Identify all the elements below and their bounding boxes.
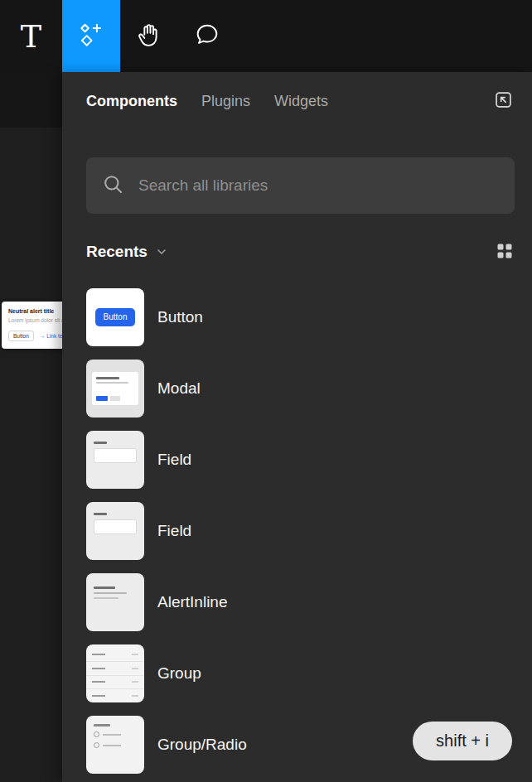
comment-tool-button[interactable]: [178, 0, 236, 72]
component-thumbnail: [86, 716, 144, 774]
thumb-modal-preview: [92, 372, 138, 405]
popout-button[interactable]: [492, 89, 515, 113]
component-thumbnail: [86, 644, 144, 702]
list-item-modal[interactable]: Modal: [86, 360, 515, 418]
hand-tool-button[interactable]: [120, 0, 178, 72]
recents-list: Button Button Modal Field: [86, 288, 515, 774]
chevron-down-icon: [155, 245, 168, 258]
alert-card-body: Lorem ipsum dolor sit amet consec: [8, 316, 62, 325]
tab-widgets[interactable]: Widgets: [274, 93, 328, 110]
canvas-alert-card[interactable]: Neutral alert title Lorem ipsum dolor si…: [2, 302, 62, 349]
resources-tool-button[interactable]: [62, 0, 120, 72]
text-tool-button[interactable]: T: [0, 0, 62, 72]
component-thumbnail: [86, 431, 144, 489]
component-thumbnail: [86, 360, 144, 418]
recents-title: Recents: [86, 243, 148, 261]
recents-dropdown[interactable]: Recents: [86, 243, 168, 261]
figma-app: T: [0, 0, 532, 782]
list-item-label: Group/Radio: [157, 736, 247, 754]
list-item-button[interactable]: Button Button: [86, 288, 515, 346]
list-item-label: Modal: [157, 379, 201, 398]
list-item-group[interactable]: Group: [86, 644, 515, 702]
comment-icon: [194, 22, 220, 51]
component-plus-icon: [77, 21, 105, 51]
component-thumbnail: [86, 502, 144, 560]
list-item-label: Field: [157, 522, 191, 540]
alert-card-button: Button: [8, 331, 34, 341]
hand-icon: [136, 22, 163, 51]
component-thumbnail: Button: [86, 288, 144, 346]
search-input[interactable]: [138, 176, 499, 195]
toolbar: T: [0, 0, 532, 72]
tab-plugins[interactable]: Plugins: [201, 93, 250, 110]
search-bar: [86, 157, 515, 214]
thumb-button-preview: Button: [95, 308, 136, 326]
list-item-field[interactable]: Field: [86, 502, 515, 560]
canvas-top-region: [0, 72, 62, 128]
grid-view-toggle[interactable]: [495, 241, 515, 263]
text-tool-icon: T: [21, 21, 41, 52]
grid-view-icon: [495, 241, 515, 263]
panel-tabs: Components Plugins Widgets: [86, 72, 515, 130]
alert-card-title: Neutral alert title: [8, 308, 62, 314]
list-item-label: Group: [157, 664, 201, 683]
list-item-label: Button: [157, 308, 203, 326]
list-item-field[interactable]: Field: [86, 431, 515, 489]
link-arrow-icon: →: [40, 333, 46, 339]
list-item-label: AlertInline: [157, 593, 228, 611]
list-item-alertinline[interactable]: AlertInline: [86, 573, 515, 631]
popout-window-icon: [492, 89, 515, 113]
link-label: Link text: [46, 333, 62, 339]
shortcut-hint-badge: shift + i: [413, 722, 512, 760]
alert-card-link: → Link text: [40, 333, 62, 339]
components-panel: Components Plugins Widgets: [62, 72, 532, 782]
list-item-label: Field: [157, 451, 191, 469]
tab-components[interactable]: Components: [86, 93, 177, 110]
canvas-strip: Neutral alert title Lorem ipsum dolor si…: [0, 72, 62, 782]
recents-section-header: Recents: [86, 229, 515, 274]
search-icon: [102, 173, 124, 199]
alert-card-actions: Button → Link text: [8, 331, 62, 341]
component-thumbnail: [86, 573, 144, 631]
